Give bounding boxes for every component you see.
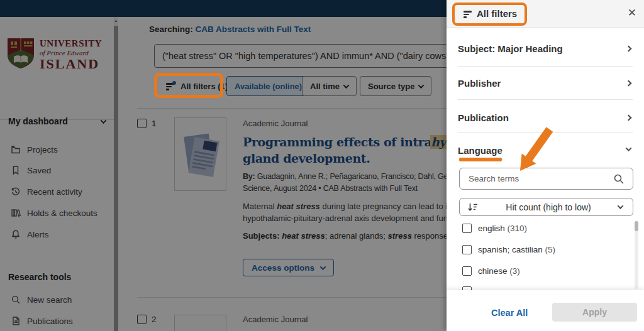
filter-section-subject-major-heading[interactable]: Subject: Major Heading bbox=[458, 43, 563, 54]
sort-descending-icon bbox=[467, 202, 479, 212]
chevron-right-icon bbox=[626, 80, 632, 87]
panel-header: All filters ✕ bbox=[447, 0, 644, 28]
language-search-input[interactable] bbox=[459, 168, 633, 190]
checkbox[interactable] bbox=[462, 224, 472, 233]
clear-all-button[interactable]: Clear All bbox=[491, 308, 528, 318]
chevron-right-icon bbox=[626, 115, 632, 121]
language-option-chinese: chinese (3) bbox=[462, 266, 520, 276]
app-window: University of Prince Edward Island. bbox=[0, 0, 644, 331]
checkbox[interactable] bbox=[462, 245, 472, 254]
language-list-scrollbar-thumb[interactable] bbox=[635, 221, 638, 231]
checkbox[interactable] bbox=[462, 266, 472, 276]
language-option-english: english (310) bbox=[462, 224, 527, 233]
panel-divider bbox=[458, 99, 633, 100]
modal-dim-overlay[interactable] bbox=[0, 0, 447, 331]
filter-sliders-icon bbox=[463, 9, 473, 18]
all-filters-panel: All filters ✕ Subject: Major Heading Pub… bbox=[447, 0, 644, 331]
language-option-spanish-castilian: spanish; castilian (5) bbox=[462, 245, 555, 254]
chevron-down-icon bbox=[618, 203, 624, 209]
filter-section-language[interactable]: Language bbox=[458, 145, 502, 156]
chevron-down-icon bbox=[626, 145, 632, 151]
panel-title: All filters bbox=[477, 8, 517, 19]
close-icon[interactable]: ✕ bbox=[628, 6, 636, 19]
filter-section-publisher[interactable]: Publisher bbox=[458, 78, 501, 89]
filter-section-publication[interactable]: Publication bbox=[458, 112, 509, 123]
panel-footer: Clear All Apply bbox=[447, 290, 644, 331]
panel-divider bbox=[458, 132, 633, 133]
language-sort-dropdown[interactable]: Hit count (high to low) bbox=[459, 198, 633, 216]
chevron-right-icon bbox=[626, 46, 632, 52]
apply-button[interactable]: Apply bbox=[552, 303, 637, 322]
language-list-scrollbar-track[interactable] bbox=[635, 221, 638, 289]
panel-divider bbox=[458, 66, 633, 67]
search-icon bbox=[613, 173, 625, 185]
